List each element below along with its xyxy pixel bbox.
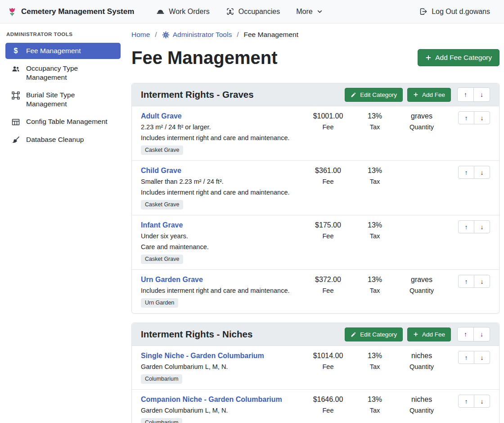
fee-tax: 13% bbox=[351, 220, 398, 230]
fee-tax: 13% bbox=[351, 351, 398, 360]
fee-row: Companion Niche - Garden Columbarium Gar… bbox=[132, 389, 499, 423]
fee-amount: $1646.00 bbox=[305, 395, 351, 404]
move-fee-up-button[interactable]: ↑ bbox=[458, 220, 474, 233]
move-fee-down-button[interactable]: ↓ bbox=[474, 395, 490, 408]
breadcrumb-separator: / bbox=[155, 31, 157, 39]
move-fee-down-button[interactable]: ↓ bbox=[474, 166, 490, 179]
fee-quantity: niches bbox=[398, 395, 445, 404]
sidebar-item-burial-site-type[interactable]: Burial Site Type Management bbox=[5, 87, 121, 112]
move-category-down-button[interactable]: ↓ bbox=[473, 327, 490, 341]
breadcrumb-home-label: Home bbox=[131, 31, 150, 39]
fee-tax: 13% bbox=[351, 275, 398, 284]
fee-name-link[interactable]: Companion Niche - Garden Columbarium bbox=[141, 395, 282, 404]
chevron-down-icon bbox=[317, 9, 323, 14]
nav-work-orders[interactable]: Work Orders bbox=[149, 4, 216, 19]
move-fee-down-button[interactable]: ↓ bbox=[474, 275, 490, 288]
fee-description: Under six years. bbox=[141, 232, 302, 241]
nav-occupancies[interactable]: Occupancies bbox=[219, 4, 287, 19]
fee-row: Single Niche - Garden Columbarium Garden… bbox=[132, 346, 499, 389]
fee-quantity: niches bbox=[398, 351, 445, 360]
sidebar: Administrator Tools $ Fee Management Occ… bbox=[0, 23, 126, 423]
fee-amount-column: $1014.00 Fee bbox=[305, 351, 351, 384]
dollar-icon: $ bbox=[11, 47, 21, 55]
breadcrumb-home-link[interactable]: Home bbox=[131, 31, 150, 39]
fee-amount-label: Fee bbox=[305, 363, 351, 371]
pencil-icon bbox=[351, 92, 356, 98]
fee-amount: $1014.00 bbox=[305, 351, 351, 360]
fee-quantity-column: graves Quantity bbox=[398, 275, 445, 308]
hard-hat-icon bbox=[156, 7, 165, 16]
fee-description: Garden Columbarium L, M, N. bbox=[141, 363, 302, 371]
pencil-icon bbox=[351, 332, 356, 337]
category-reorder-group: ↑ ↓ bbox=[457, 87, 490, 102]
sidebar-item-database-cleanup[interactable]: Database Cleanup bbox=[5, 132, 121, 148]
top-navbar: Cemetery Management System Work Orders bbox=[0, 0, 504, 23]
nav-work-orders-label: Work Orders bbox=[169, 8, 209, 16]
fee-reorder-group: ↑ ↓ bbox=[451, 166, 490, 209]
fee-tax-label: Tax bbox=[351, 123, 398, 132]
nav-occupancies-label: Occupancies bbox=[238, 8, 280, 16]
edit-category-label: Edit Category bbox=[360, 91, 397, 98]
plus-icon bbox=[413, 332, 418, 337]
fee-amount-label: Fee bbox=[305, 406, 351, 415]
fee-name-link[interactable]: Single Niche - Garden Columbarium bbox=[141, 351, 264, 360]
breadcrumb-admin-tools-link[interactable]: Administrator Tools bbox=[162, 31, 232, 39]
fee-quantity-column: niches Quantity bbox=[398, 351, 445, 384]
fee-amount-column: $1001.00 Fee bbox=[305, 111, 351, 155]
edit-category-button[interactable]: Edit Category bbox=[345, 327, 403, 341]
move-fee-up-button[interactable]: ↑ bbox=[458, 395, 474, 408]
fee-name-link[interactable]: Urn Garden Grave bbox=[141, 275, 203, 284]
move-category-up-button[interactable]: ↑ bbox=[457, 327, 474, 341]
logout-icon bbox=[419, 7, 428, 16]
logout-link[interactable]: Log Out d.gowans bbox=[412, 4, 497, 19]
fee-quantity-column bbox=[398, 220, 445, 264]
move-category-up-button[interactable]: ↑ bbox=[457, 87, 474, 102]
breadcrumb-separator: / bbox=[237, 31, 238, 39]
fee-tax-label: Tax bbox=[351, 287, 398, 295]
move-fee-up-button[interactable]: ↑ bbox=[458, 166, 474, 179]
sidebar-item-config-table[interactable]: Config Table Management bbox=[5, 114, 121, 130]
fee-quantity-label: Quantity bbox=[398, 123, 445, 132]
sidebar-heading: Administrator Tools bbox=[0, 28, 126, 41]
add-fee-button[interactable]: Add Fee bbox=[407, 327, 451, 341]
move-fee-up-button[interactable]: ↑ bbox=[458, 351, 474, 364]
fee-amount-label: Fee bbox=[305, 232, 351, 241]
fee-name-link[interactable]: Infant Grave bbox=[141, 220, 183, 230]
move-fee-down-button[interactable]: ↓ bbox=[474, 111, 490, 124]
fee-tax-column: 13% Tax bbox=[351, 220, 398, 264]
breadcrumb-admin-tools-label: Administrator Tools bbox=[173, 31, 232, 39]
move-category-down-button[interactable]: ↓ bbox=[473, 87, 490, 102]
fee-name-link[interactable]: Adult Grave bbox=[141, 111, 182, 121]
fee-tax-label: Tax bbox=[351, 232, 398, 241]
fee-row: Adult Grave 2.23 m² / 24 ft² or larger. … bbox=[132, 106, 499, 160]
fee-tag: Casket Grave bbox=[141, 146, 183, 155]
edit-category-label: Edit Category bbox=[360, 331, 397, 338]
edit-category-button[interactable]: Edit Category bbox=[345, 88, 403, 102]
users-icon bbox=[11, 64, 21, 73]
move-fee-down-button[interactable]: ↓ bbox=[474, 220, 490, 233]
move-fee-up-button[interactable]: ↑ bbox=[458, 275, 474, 288]
fee-description: Includes interment right and care and ma… bbox=[141, 134, 302, 142]
sidebar-item-fee-management[interactable]: $ Fee Management bbox=[5, 43, 121, 59]
category-title: Interment Rights - Niches bbox=[141, 329, 340, 340]
move-fee-up-button[interactable]: ↑ bbox=[458, 111, 474, 124]
breadcrumb: Home / Administrator Tools bbox=[131, 30, 500, 39]
fee-description: Smaller than 2.23 m² / 24 ft². bbox=[141, 177, 302, 186]
nav-more[interactable]: More bbox=[289, 4, 329, 19]
brand-title: Cemetery Management System bbox=[21, 7, 134, 16]
add-fee-button[interactable]: Add Fee bbox=[407, 88, 451, 102]
brand-link[interactable]: Cemetery Management System bbox=[7, 7, 134, 17]
add-fee-category-button[interactable]: Add Fee Category bbox=[418, 49, 500, 66]
category-header: Interment Rights - Niches Edit Category … bbox=[132, 323, 499, 346]
fee-amount-label: Fee bbox=[305, 177, 351, 186]
fee-reorder-group: ↑ ↓ bbox=[451, 275, 490, 308]
move-fee-down-button[interactable]: ↓ bbox=[474, 351, 490, 364]
fee-tag: Casket Grave bbox=[141, 255, 183, 264]
logout-label: Log Out d.gowans bbox=[432, 8, 490, 16]
fee-quantity-label: Quantity bbox=[398, 287, 445, 295]
fee-tag: Urn Garden bbox=[141, 298, 178, 308]
fee-quantity-column bbox=[398, 166, 445, 209]
fee-name-link[interactable]: Child Grave bbox=[141, 166, 181, 175]
vector-square-icon bbox=[11, 91, 21, 100]
sidebar-item-occupancy-type[interactable]: Occupancy Type Management bbox=[5, 60, 121, 86]
